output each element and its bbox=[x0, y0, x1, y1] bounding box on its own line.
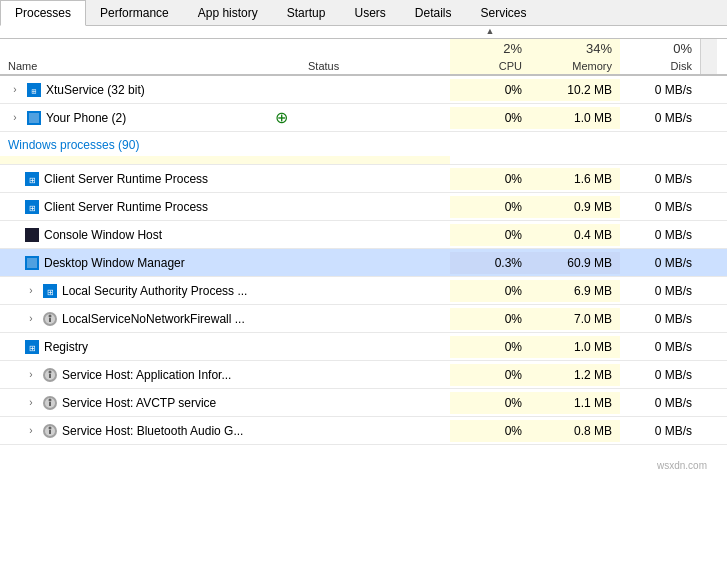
svg-rect-16 bbox=[49, 318, 51, 322]
table-body[interactable]: › ⊞ XtuService (32 bit) 0% 10.2 MB 0 MB/… bbox=[0, 76, 727, 575]
tab-processes[interactable]: Processes bbox=[0, 0, 86, 26]
status-cell bbox=[300, 175, 450, 183]
tab-services[interactable]: Services bbox=[467, 0, 542, 25]
memory-cell: 1.2 MB bbox=[530, 364, 620, 386]
table-row[interactable]: › ⊞ XtuService (32 bit) 0% 10.2 MB 0 MB/… bbox=[0, 76, 727, 104]
table-row[interactable]: › Service Host: Bluetooth Audio G... 0% … bbox=[0, 417, 727, 445]
process-name-cell: › Service Host: Application Infor... bbox=[0, 363, 300, 387]
scrollbar-header bbox=[700, 58, 717, 74]
process-name-text: LocalServiceNoNetworkFirewall ... bbox=[62, 312, 245, 326]
svg-text:⊞: ⊞ bbox=[29, 344, 36, 353]
col-name-header[interactable] bbox=[0, 39, 300, 58]
cpu-cell: 0% bbox=[450, 392, 530, 414]
process-name-text: Client Server Runtime Process bbox=[44, 172, 208, 186]
svg-text:⊞: ⊞ bbox=[47, 288, 54, 297]
column-header-row-label: Name Status CPU Memory Disk bbox=[0, 58, 727, 76]
process-icon bbox=[26, 110, 42, 126]
expand-icon[interactable]: › bbox=[8, 84, 22, 95]
tab-users[interactable]: Users bbox=[340, 0, 400, 25]
section-label: Windows processes (90) bbox=[0, 132, 700, 156]
process-name-cell: › Service Host: Bluetooth Audio G... bbox=[0, 419, 300, 443]
disk-cell bbox=[450, 156, 530, 164]
memory-cell: 0.8 MB bbox=[530, 420, 620, 442]
watermark-row: wsxdn.com bbox=[0, 445, 727, 475]
memory-cell: 1.0 MB bbox=[530, 107, 620, 129]
cpu-cell: 0% bbox=[450, 196, 530, 218]
scrollbar-top bbox=[700, 39, 717, 58]
section-header-row: Windows processes (90) bbox=[0, 132, 727, 165]
table-row[interactable]: › Service Host: AVCTP service 0% 1.1 MB … bbox=[0, 389, 727, 417]
status-cell bbox=[300, 203, 450, 211]
cpu-cell: 0% bbox=[450, 168, 530, 190]
cpu-cell: 0% bbox=[450, 420, 530, 442]
process-icon: ⊞ bbox=[24, 171, 40, 187]
table-row[interactable]: ⊞ Client Server Runtime Process 0% 1.6 M… bbox=[0, 165, 727, 193]
process-icon bbox=[42, 395, 58, 411]
status-cell bbox=[300, 427, 450, 435]
expand-icon[interactable]: › bbox=[24, 369, 38, 380]
status-cell bbox=[300, 259, 450, 267]
process-name-cell: ⊞ Registry bbox=[0, 335, 300, 359]
table-row[interactable]: ⊞ Registry 0% 1.0 MB 0 MB/s bbox=[0, 333, 727, 361]
cpu-sort-icon: ▲ bbox=[450, 26, 530, 38]
process-icon bbox=[24, 255, 40, 271]
col-status-label[interactable]: Status bbox=[300, 58, 450, 74]
svg-rect-30 bbox=[49, 430, 51, 434]
process-name-text: Service Host: Application Infor... bbox=[62, 368, 231, 382]
process-name-text: Client Server Runtime Process bbox=[44, 200, 208, 214]
table-row[interactable]: › Your Phone (2) ⊕ 0% 1.0 MB 0 MB/s bbox=[0, 104, 727, 132]
svg-rect-10 bbox=[27, 258, 37, 268]
table-row[interactable]: Console Window Host 0% 0.4 MB 0 MB/s bbox=[0, 221, 727, 249]
svg-rect-26 bbox=[49, 402, 51, 406]
column-headers: ▲ bbox=[0, 26, 727, 39]
process-icon: ⊞ bbox=[24, 199, 40, 215]
tab-details[interactable]: Details bbox=[401, 0, 467, 25]
expand-icon[interactable]: › bbox=[24, 425, 38, 436]
process-icon bbox=[42, 367, 58, 383]
disk-cell: 0 MB/s bbox=[620, 308, 700, 330]
process-name-text: Local Security Authority Process ... bbox=[62, 284, 247, 298]
tab-app-history[interactable]: App history bbox=[184, 0, 273, 25]
table-row[interactable]: › LocalServiceNoNetworkFirewall ... 0% 7… bbox=[0, 305, 727, 333]
expand-icon[interactable]: › bbox=[8, 112, 22, 123]
process-name-cell: › ⊞ XtuService (32 bit) bbox=[0, 78, 300, 102]
cpu-cell: 0% bbox=[450, 336, 530, 358]
col-status-header-top bbox=[300, 39, 450, 58]
table-row-selected[interactable]: Desktop Window Manager 0.3% 60.9 MB 0 MB… bbox=[0, 249, 727, 277]
expand-icon[interactable]: › bbox=[24, 313, 38, 324]
col-memory-label[interactable]: Memory bbox=[530, 58, 620, 74]
table-row[interactable]: ⊞ Client Server Runtime Process 0% 0.9 M… bbox=[0, 193, 727, 221]
process-name-text: Registry bbox=[44, 340, 88, 354]
table-row[interactable]: › Service Host: Application Infor... 0% … bbox=[0, 361, 727, 389]
col-cpu-label[interactable]: CPU bbox=[450, 58, 530, 74]
status-cell bbox=[300, 371, 450, 379]
process-name-cell: › Your Phone (2) ⊕ bbox=[0, 104, 300, 131]
col-name-label[interactable]: Name bbox=[0, 58, 300, 74]
status-cell bbox=[300, 114, 450, 122]
svg-text:⊞: ⊞ bbox=[32, 87, 37, 96]
process-name-text: Service Host: AVCTP service bbox=[62, 396, 216, 410]
expand-icon[interactable]: › bbox=[24, 397, 38, 408]
tab-performance[interactable]: Performance bbox=[86, 0, 184, 25]
col-disk-pct: 0% bbox=[620, 39, 700, 58]
table-row[interactable]: › ⊞ Local Security Authority Process ...… bbox=[0, 277, 727, 305]
expand-icon[interactable]: › bbox=[24, 285, 38, 296]
disk-cell: 0 MB/s bbox=[620, 168, 700, 190]
status-cell bbox=[300, 231, 450, 239]
app-window: Processes Performance App history Startu… bbox=[0, 0, 727, 575]
process-name-cell: ⊞ Client Server Runtime Process bbox=[0, 195, 300, 219]
memory-cell: 7.0 MB bbox=[530, 308, 620, 330]
status-cell bbox=[300, 287, 450, 295]
process-name-text: Console Window Host bbox=[44, 228, 162, 242]
process-icon: ⊞ bbox=[24, 339, 40, 355]
svg-point-29 bbox=[49, 426, 52, 429]
tab-startup[interactable]: Startup bbox=[273, 0, 341, 25]
network-indicator: ⊕ bbox=[275, 108, 288, 127]
main-content: ▲ 2% 34% 0% Name Status CPU Memory Disk bbox=[0, 26, 727, 575]
memory-cell bbox=[300, 156, 450, 164]
process-icon: ⊞ bbox=[42, 283, 58, 299]
process-name-cell: Console Window Host bbox=[0, 223, 300, 247]
col-disk-label[interactable]: Disk bbox=[620, 58, 700, 74]
svg-rect-3 bbox=[29, 113, 39, 123]
status-cell bbox=[300, 343, 450, 351]
